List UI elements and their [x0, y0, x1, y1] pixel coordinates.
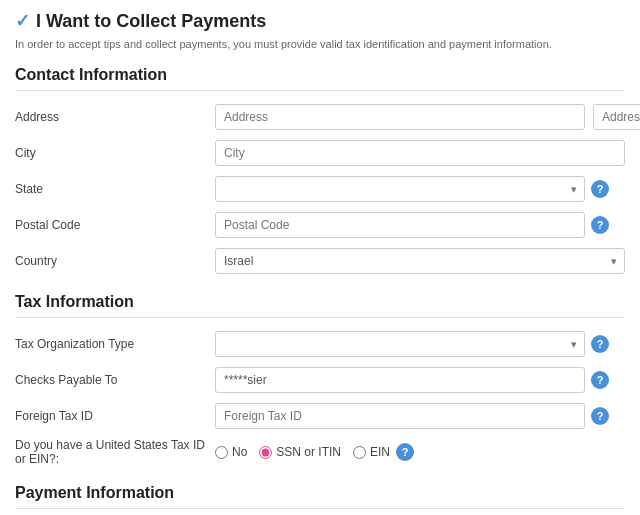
us-tax-no-label: No — [232, 445, 247, 459]
us-tax-no-option[interactable]: No — [215, 445, 247, 459]
postal-row: Postal Code ? — [15, 211, 625, 239]
foreign-tax-controls: ? — [215, 403, 625, 429]
us-tax-ein-option[interactable]: EIN — [353, 445, 390, 459]
state-help-icon[interactable]: ? — [591, 180, 609, 198]
contact-section: Contact Information Address ? City State — [15, 66, 625, 275]
us-tax-ssn-option[interactable]: SSN or ITIN — [259, 445, 341, 459]
country-select[interactable]: Israel — [215, 248, 625, 274]
state-row: State ? — [15, 175, 625, 203]
us-tax-ein-radio[interactable] — [353, 446, 366, 459]
tax-section: Tax Information Tax Organization Type ? … — [15, 293, 625, 466]
state-select-wrap — [215, 176, 585, 202]
foreign-tax-help-icon[interactable]: ? — [591, 407, 609, 425]
foreign-tax-label: Foreign Tax ID — [15, 409, 215, 423]
postal-label: Postal Code — [15, 218, 215, 232]
us-tax-radio-group: No SSN or ITIN EIN — [215, 445, 390, 459]
checks-payable-controls: ? — [215, 367, 625, 393]
tax-org-row: Tax Organization Type ? — [15, 330, 625, 358]
us-tax-ssn-label: SSN or ITIN — [276, 445, 341, 459]
city-input[interactable] — [215, 140, 625, 166]
checks-payable-help-icon[interactable]: ? — [591, 371, 609, 389]
state-label: State — [15, 182, 215, 196]
tax-org-select-wrap — [215, 331, 585, 357]
checks-payable-row: Checks Payable To ? — [15, 366, 625, 394]
postal-input[interactable] — [215, 212, 585, 238]
foreign-tax-row: Foreign Tax ID ? — [15, 402, 625, 430]
page-title: ✓ I Want to Collect Payments — [15, 10, 625, 32]
tax-org-controls: ? — [215, 331, 625, 357]
city-row: City — [15, 139, 625, 167]
city-label: City — [15, 146, 215, 160]
address-row: Address ? — [15, 103, 625, 131]
checks-payable-label: Checks Payable To — [15, 373, 215, 387]
country-row: Country Israel — [15, 247, 625, 275]
state-controls: ? — [215, 176, 625, 202]
city-controls — [215, 140, 625, 166]
checkmark-icon: ✓ — [15, 10, 30, 32]
postal-controls: ? — [215, 212, 625, 238]
us-tax-row: Do you have a United States Tax ID or EI… — [15, 438, 625, 466]
us-tax-ssn-radio[interactable] — [259, 446, 272, 459]
checks-payable-input[interactable] — [215, 367, 585, 393]
payment-section-title: Payment Information — [15, 484, 625, 509]
us-tax-controls: No SSN or ITIN EIN ? — [215, 443, 625, 461]
contact-section-title: Contact Information — [15, 66, 625, 91]
tax-org-label: Tax Organization Type — [15, 337, 215, 351]
postal-help-icon[interactable]: ? — [591, 216, 609, 234]
payment-section: Payment Information Payment Method: Paym… — [15, 484, 625, 515]
address-inputs — [215, 104, 640, 130]
tax-org-select[interactable] — [215, 331, 585, 357]
state-select[interactable] — [215, 176, 585, 202]
address-label: Address — [15, 110, 215, 124]
foreign-tax-input[interactable] — [215, 403, 585, 429]
address1-input[interactable] — [215, 104, 585, 130]
country-select-wrap: Israel — [215, 248, 625, 274]
tax-org-help-icon[interactable]: ? — [591, 335, 609, 353]
us-tax-help-icon[interactable]: ? — [396, 443, 414, 461]
us-tax-no-radio[interactable] — [215, 446, 228, 459]
tax-section-title: Tax Information — [15, 293, 625, 318]
us-tax-label: Do you have a United States Tax ID or EI… — [15, 438, 215, 466]
subtitle: In order to accept tips and collect paym… — [15, 38, 625, 50]
address-controls: ? — [215, 104, 640, 130]
address2-input[interactable] — [593, 104, 640, 130]
country-controls: Israel — [215, 248, 625, 274]
country-label: Country — [15, 254, 215, 268]
us-tax-ein-label: EIN — [370, 445, 390, 459]
